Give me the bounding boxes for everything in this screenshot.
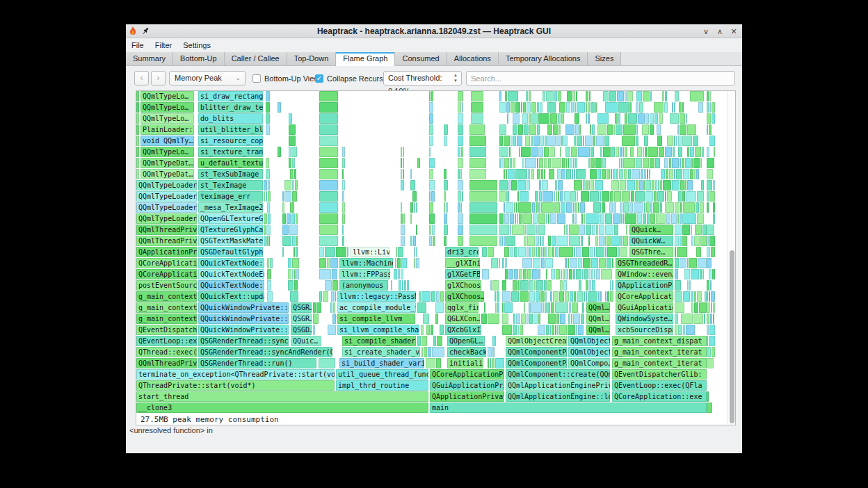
flame-cell-fill[interactable] <box>510 213 514 224</box>
tab-flame-graph[interactable]: Flame Graph <box>336 52 395 66</box>
flame-cell-fill[interactable] <box>416 202 417 213</box>
flame-cell-fill[interactable] <box>520 191 529 202</box>
flame-cell-fill[interactable] <box>578 202 579 213</box>
flame-cell[interactable]: g_main_context_dispat <box>612 336 707 346</box>
flame-cell[interactable]: QCoreApplication <box>136 258 197 268</box>
flame-cell-fill[interactable] <box>707 91 709 101</box>
flame-cell-fill[interactable] <box>535 191 538 202</box>
flame-cell-fill[interactable] <box>545 247 547 257</box>
flame-cell-fill[interactable] <box>512 225 524 235</box>
flame-cell-fill[interactable] <box>401 158 402 168</box>
flame-cell-fill[interactable] <box>527 236 535 246</box>
flame-cell-fill[interactable] <box>700 202 704 213</box>
flame-cell-fill[interactable] <box>598 291 600 302</box>
flame-cell-fill[interactable] <box>675 325 677 335</box>
flame-cell-fill[interactable] <box>268 213 271 224</box>
flame-cell-fill[interactable] <box>693 136 698 146</box>
flame-cell[interactable]: QQmlObject… <box>568 347 610 357</box>
flame-cell-fill[interactable] <box>643 180 645 190</box>
flame-cell-fill[interactable] <box>682 236 687 246</box>
flame-cell[interactable]: QQmlTypeLoader::… <box>136 202 197 213</box>
flame-cell-fill[interactable] <box>336 247 346 257</box>
flame-cell-fill[interactable] <box>499 124 506 135</box>
flame-cell-fill[interactable] <box>531 169 534 179</box>
flame-cell-fill[interactable] <box>471 91 483 101</box>
flame-cell-fill[interactable] <box>540 291 545 302</box>
flame-cell-fill[interactable] <box>289 136 296 146</box>
flame-cell-fill[interactable] <box>398 247 403 257</box>
flame-cell-fill[interactable] <box>682 191 685 202</box>
flame-cell-fill[interactable] <box>417 302 426 313</box>
flame-cell-fill[interactable] <box>709 91 711 101</box>
flame-cell-fill[interactable] <box>289 158 291 168</box>
flame-cell-fill[interactable] <box>502 302 504 313</box>
flame-cell-fill[interactable] <box>707 158 714 168</box>
flame-cell-fill[interactable] <box>429 158 435 168</box>
flame-cell-fill[interactable] <box>333 302 335 313</box>
flame-cell-fill[interactable] <box>653 202 659 213</box>
flame-cell-fill[interactable] <box>711 302 712 313</box>
flame-cell-fill[interactable] <box>294 169 296 179</box>
flame-cell-fill[interactable] <box>289 225 298 235</box>
flame-cell-fill[interactable] <box>707 325 709 335</box>
flame-cell-fill[interactable] <box>621 158 622 168</box>
flame-cell-fill[interactable] <box>682 136 692 146</box>
flame-cell-fill[interactable] <box>319 291 322 302</box>
flame-cell-fill[interactable] <box>707 236 709 246</box>
flame-cell-fill[interactable] <box>684 269 690 279</box>
flame-cell-fill[interactable] <box>412 191 417 202</box>
flame-cell-fill[interactable] <box>698 258 707 268</box>
flame-cell-fill[interactable] <box>681 314 693 324</box>
flame-cell-fill[interactable] <box>690 91 704 101</box>
flame-cell-fill[interactable] <box>499 158 501 168</box>
flame-cell-fill[interactable] <box>581 236 583 246</box>
flame-cell-fill[interactable] <box>678 325 682 335</box>
flame-cell-fill[interactable] <box>672 102 673 113</box>
flame-cell-fill[interactable] <box>522 213 532 224</box>
flame-cell-fill[interactable] <box>416 225 417 235</box>
flame-cell-fill[interactable] <box>499 225 509 235</box>
flame-cell-fill[interactable] <box>578 325 584 335</box>
flame-cell-fill[interactable] <box>680 180 684 190</box>
flame-cell-fill[interactable] <box>605 102 618 113</box>
flame-cell[interactable]: QSGTextMaskMaterial::p <box>198 236 263 246</box>
flame-cell-fill[interactable] <box>529 247 531 257</box>
flame-cell-fill[interactable] <box>574 247 575 257</box>
flame-cell-fill[interactable] <box>545 302 547 313</box>
flame-cell-fill[interactable] <box>609 91 616 101</box>
flame-cell-fill[interactable] <box>620 180 626 190</box>
flame-cell-fill[interactable] <box>574 180 582 190</box>
flame-cell-fill[interactable] <box>680 236 682 246</box>
flame-cell[interactable]: QWindow::even… <box>616 269 673 279</box>
flame-cell-fill[interactable] <box>458 236 463 246</box>
flame-cell-fill[interactable] <box>469 158 486 168</box>
flame-cell-fill[interactable] <box>517 136 522 146</box>
flame-cell-fill[interactable] <box>458 213 463 224</box>
flame-cell-fill[interactable] <box>533 136 540 146</box>
flame-cell-fill[interactable] <box>667 136 673 146</box>
flame-cell-fill[interactable] <box>290 291 298 302</box>
flame-cell-fill[interactable] <box>556 191 557 202</box>
flame-cell-fill[interactable] <box>514 247 517 257</box>
flame-cell-fill[interactable] <box>623 236 628 246</box>
flame-cell-fill[interactable] <box>509 147 511 157</box>
flame-cell-fill[interactable] <box>401 258 407 268</box>
flame-cell-fill[interactable] <box>268 236 270 246</box>
flame-cell-fill[interactable] <box>667 191 672 202</box>
flame-cell-fill[interactable] <box>695 225 702 235</box>
flame-cell-fill[interactable] <box>460 169 462 179</box>
flame-cell-fill[interactable] <box>264 225 266 235</box>
flame-cell[interactable]: QCoreApplicationE <box>136 269 197 279</box>
flame-cell-fill[interactable] <box>599 236 604 246</box>
flame-cell-fill[interactable] <box>625 91 627 101</box>
flame-cell-fill[interactable] <box>136 169 139 179</box>
flame-cell[interactable]: llvm::MachineF <box>339 258 393 268</box>
flame-cell-fill[interactable] <box>707 358 714 368</box>
flame-cell-fill[interactable] <box>555 180 557 190</box>
flame-cell-fill[interactable] <box>602 202 605 213</box>
flame-cell-fill[interactable] <box>631 191 634 202</box>
flame-cell-fill[interactable] <box>628 113 637 124</box>
flame-cell-fill[interactable] <box>560 314 565 324</box>
flame-cell-fill[interactable] <box>413 236 416 246</box>
flame-cell-fill[interactable] <box>313 302 316 313</box>
